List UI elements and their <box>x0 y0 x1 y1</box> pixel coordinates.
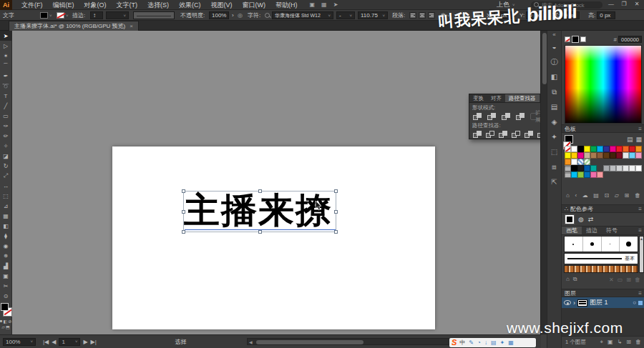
gradient-tool[interactable]: ◧ <box>0 221 12 231</box>
zoom-level-select[interactable]: 100% ˅ <box>3 338 36 346</box>
slice-tool[interactable]: ✂ <box>0 281 12 291</box>
swatch-cell[interactable] <box>565 165 571 171</box>
swatch-cell[interactable] <box>623 152 629 159</box>
black-chip[interactable] <box>572 36 579 43</box>
artboard-tool[interactable]: ▣ <box>0 271 12 281</box>
edit-colors-icon[interactable]: ⇄ <box>588 216 594 223</box>
folder-icon[interactable]: ▱ <box>615 192 619 199</box>
screen-mode-button[interactable]: ⬒ <box>6 324 10 329</box>
swatch-cell[interactable] <box>577 165 584 171</box>
visibility-eye-icon[interactable] <box>564 300 571 305</box>
artboard-number-field[interactable]: 1˅ <box>59 338 80 346</box>
scroll-left-icon[interactable]: ◀ <box>249 339 253 344</box>
new-color-group-icon[interactable]: ⊡ <box>605 192 610 199</box>
swatch-cell[interactable] <box>577 146 584 152</box>
opacity-more[interactable]: › <box>232 10 234 21</box>
swatch-cell[interactable] <box>635 152 642 159</box>
swatch-cell[interactable] <box>584 146 590 152</box>
menu-item[interactable]: 帮助(H) <box>270 0 303 10</box>
mesh-tool[interactable]: ▦ <box>0 211 12 221</box>
merge-icon[interactable] <box>499 131 508 138</box>
remove-brush-stroke-icon[interactable]: ✕ <box>609 277 614 283</box>
grid-view-icon[interactable]: ▦ <box>635 136 642 143</box>
appearance-panel-icon[interactable]: ▤ <box>547 99 562 114</box>
brushes-scrollbar[interactable]: ▲ <box>639 236 644 273</box>
scale-tool[interactable]: ⤢ <box>0 171 12 181</box>
app-window-icon[interactable]: ▣ <box>310 1 316 8</box>
swatch-cell[interactable] <box>603 146 610 152</box>
intersect-icon[interactable] <box>502 113 511 120</box>
menu-item[interactable]: 编辑(E) <box>48 0 79 10</box>
first-artboard-button[interactable]: |◀ <box>43 339 49 345</box>
color-spectrum[interactable] <box>565 45 642 124</box>
free-transform-tool[interactable]: ⬚ <box>0 191 12 201</box>
eyedropper-tool[interactable]: ⧫ <box>0 231 12 241</box>
opacity-field[interactable]: 100% <box>209 10 229 21</box>
paintbrush-tool[interactable]: ✑ <box>0 121 12 131</box>
selection-bounding-box[interactable] <box>183 191 336 232</box>
divide-icon[interactable] <box>473 131 482 138</box>
delete-layer-icon[interactable]: 🗑 <box>635 339 641 346</box>
menu-item[interactable]: 文件(F) <box>16 0 48 10</box>
swatch-cell[interactable] <box>571 171 577 178</box>
brush-definition-select[interactable]: ˅ <box>106 10 129 21</box>
pencil-tool[interactable]: ✏ <box>0 131 12 141</box>
new-brush-icon[interactable]: ⊞ <box>626 277 631 283</box>
width-profile-select[interactable] <box>133 10 175 21</box>
perspective-grid-tool[interactable]: ⊿ <box>0 201 12 211</box>
document-tab[interactable]: 主播来撩字体.ai* @ 100% (RGB/GPU 预览) × <box>9 21 139 31</box>
trim-icon[interactable] <box>486 131 495 138</box>
restore-button[interactable]: ❐ <box>618 0 630 9</box>
font-family-select[interactable]: 华康海报体 Std W12˅ <box>265 10 333 21</box>
font-style-select[interactable]: -˅ <box>336 10 355 21</box>
swatch-cell[interactable] <box>616 165 623 171</box>
sogou-input-toolbar[interactable]: S 中✎◔↓▤✦▦ <box>449 338 536 347</box>
crop-icon[interactable] <box>512 131 521 138</box>
sogou-toolbox-icon[interactable]: ▦ <box>508 339 514 347</box>
pen-tool[interactable]: ✒ <box>0 71 12 81</box>
eraser-tool[interactable]: ◪ <box>0 151 12 161</box>
graphic-styles-panel-icon[interactable]: ◈ <box>547 114 562 129</box>
menu-item[interactable]: 效果(C) <box>174 0 206 10</box>
swatch-cell[interactable] <box>629 165 635 171</box>
unite-icon[interactable] <box>473 113 482 120</box>
swatch-cell[interactable] <box>571 146 577 152</box>
swatch-cell[interactable] <box>603 152 610 159</box>
brush-libraries-icon[interactable]: ⌂ <box>566 276 570 283</box>
zoom-tool[interactable]: ⊙ <box>0 291 12 301</box>
swatch-cell[interactable] <box>597 152 603 159</box>
fill-stroke-indicator[interactable] <box>0 302 12 318</box>
line-segment-tool[interactable]: ╱ <box>0 101 12 111</box>
limit-colors-icon[interactable]: ◍ <box>578 216 584 223</box>
none-chip[interactable] <box>565 36 570 42</box>
swatch-options-icon[interactable]: ▤ <box>593 192 599 199</box>
collapse-dock-icon[interactable]: « <box>552 31 555 39</box>
align-center-button[interactable] <box>419 12 426 19</box>
close-tab-icon[interactable]: × <box>130 23 133 29</box>
locate-object-icon[interactable]: ⌖ <box>600 339 604 346</box>
swatch-cell[interactable] <box>590 171 597 178</box>
swatch-cell[interactable] <box>629 146 635 152</box>
swatch-cell[interactable] <box>629 152 635 159</box>
selection-handle[interactable] <box>182 210 185 214</box>
swatch-cell[interactable] <box>590 165 597 171</box>
swatch-cell[interactable] <box>635 146 642 152</box>
swatch-libraries-icon[interactable]: ⌂ <box>566 192 570 199</box>
pathfinder-panel-icon[interactable]: ⧈ <box>547 159 562 174</box>
vertical-scrollbar[interactable] <box>540 31 547 334</box>
brush-item[interactable] <box>620 237 638 252</box>
font-size-field[interactable]: 110.75˅ <box>358 10 388 21</box>
curvature-tool[interactable]: ➰ <box>0 81 12 91</box>
minus-front-icon[interactable] <box>487 113 497 120</box>
info-panel-icon[interactable]: ⓘ <box>547 54 562 69</box>
swatch-cell[interactable] <box>571 165 577 171</box>
arrange-documents-icon[interactable]: ▦ <box>321 1 327 8</box>
brush-item[interactable] <box>565 237 583 252</box>
draw-mode-button[interactable]: ▱ <box>1 324 5 329</box>
shaper-tool[interactable]: ✧ <box>0 141 12 151</box>
selection-handle[interactable] <box>334 189 338 193</box>
rectangle-tool[interactable]: ▭ <box>0 111 12 121</box>
swatch-cell[interactable] <box>616 152 623 159</box>
selection-handle[interactable] <box>334 230 338 234</box>
layer-row[interactable]: › 图层 1 ○ <box>562 297 644 308</box>
